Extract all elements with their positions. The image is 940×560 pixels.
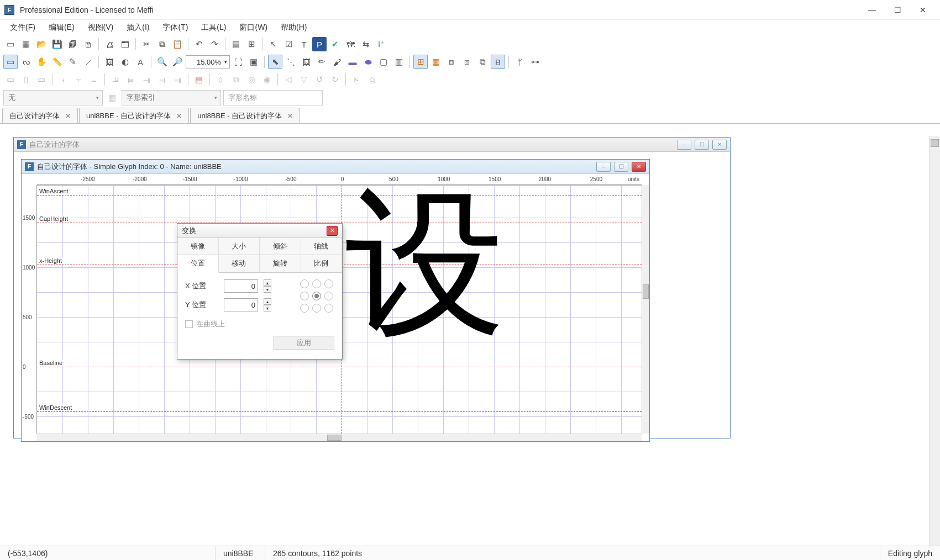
menu-tools[interactable]: 工具(L) — [196, 20, 232, 35]
undo-icon[interactable]: ↶ — [192, 37, 206, 51]
zoom-input[interactable]: 15.00%▾ — [186, 55, 230, 68]
copy-doc-icon[interactable]: 🗐 — [65, 37, 80, 51]
dialog-close-button[interactable]: ✕ — [327, 226, 338, 236]
copy-icon[interactable]: ⧉ — [155, 37, 169, 51]
tab-skew[interactable]: 倾斜 — [260, 238, 301, 255]
glyph-p-icon[interactable]: P — [312, 37, 327, 51]
menu-help[interactable]: 帮助(H) — [275, 20, 312, 35]
on-curve-checkbox[interactable]: 在曲线上 — [185, 319, 334, 329]
snap3-icon[interactable]: ⧉ — [475, 55, 490, 69]
pointer-icon[interactable]: ⬉ — [268, 55, 282, 69]
tab-size[interactable]: 大小 — [219, 238, 260, 255]
zoom-out-icon[interactable]: 🔎 — [170, 55, 185, 69]
brush-icon[interactable]: 🖌 — [330, 55, 344, 69]
mdi-close[interactable]: ✕ — [712, 140, 727, 150]
grid2-icon[interactable]: ▦ — [429, 55, 443, 69]
tab-move[interactable]: 移动 — [219, 255, 260, 272]
hand-tool-icon[interactable]: ✋ — [34, 55, 49, 69]
y-position-input[interactable]: 0 — [224, 298, 258, 311]
knife-tool-icon[interactable]: ⟋ — [81, 55, 95, 69]
panel-icon[interactable]: ▥ — [392, 55, 406, 69]
doc-tab[interactable]: uni8BBE - 自己设计的字体✕ — [79, 108, 189, 123]
actual-size-icon[interactable]: ▣ — [246, 55, 261, 69]
new-icon[interactable]: ▭ — [3, 37, 18, 51]
tree-icon[interactable]: ᛘ — [512, 55, 527, 69]
image-icon[interactable]: 🖼 — [102, 55, 117, 69]
char-map-icon[interactable]: 🗺 — [343, 37, 358, 51]
window-minimize[interactable]: — — [859, 2, 885, 18]
menu-file[interactable]: 文件(F) — [4, 20, 41, 35]
panel-toggle-icon[interactable]: ▤ — [192, 72, 206, 87]
paste-icon[interactable]: 📋 — [170, 37, 185, 51]
glyph-a-icon[interactable]: A — [133, 55, 148, 69]
graph-icon[interactable]: ⊶ — [528, 55, 542, 69]
mdi-titlebar[interactable]: F 自己设计的字体 - Simple Glyph Index: 0 - Name… — [22, 160, 649, 174]
contrast-icon[interactable]: ◐ — [118, 55, 132, 69]
close-icon[interactable]: ✕ — [287, 112, 293, 120]
window-close[interactable]: ✕ — [910, 2, 936, 18]
mdi-close[interactable]: ✕ — [632, 162, 646, 172]
mdi-maximize[interactable]: ☐ — [695, 140, 709, 150]
mdi-maximize[interactable]: ☐ — [614, 162, 628, 172]
cut-icon[interactable]: ✂ — [139, 37, 154, 51]
box-icon[interactable]: ▢ — [376, 55, 391, 69]
close-icon[interactable]: ✕ — [65, 112, 71, 120]
doc-tab[interactable]: 自己设计的字体✕ — [2, 108, 78, 123]
open-icon[interactable]: 📂 — [34, 37, 49, 51]
mdi-minimize[interactable]: – — [677, 140, 691, 150]
rect-icon[interactable]: ▬ — [345, 55, 360, 69]
y-spinner[interactable]: ▲▼ — [264, 298, 271, 311]
print-icon[interactable]: 🖨 — [102, 37, 117, 51]
export-icon[interactable]: 🗎 — [81, 37, 95, 51]
fit-icon[interactable]: ⛶ — [231, 55, 245, 69]
horizontal-scrollbar[interactable] — [37, 434, 642, 441]
snap2-icon[interactable]: ⧇ — [460, 55, 474, 69]
mdi-vertical-scrollbar[interactable] — [929, 136, 940, 546]
ellipse-icon[interactable]: ⬬ — [361, 55, 375, 69]
validate-icon[interactable]: ☑ — [281, 37, 296, 51]
draw-icon[interactable]: ✏ — [314, 55, 329, 69]
redo-icon[interactable]: ↷ — [207, 37, 222, 51]
insert-icon[interactable]: I⁺ — [374, 37, 388, 51]
marquee-tool-icon[interactable]: ▭ — [3, 55, 18, 69]
dialog-titlebar[interactable]: 变换 ✕ — [177, 224, 342, 238]
new-window-icon[interactable]: ▦ — [19, 37, 33, 51]
mdi-minimize[interactable]: – — [596, 162, 611, 172]
snap1-icon[interactable]: ⧈ — [444, 55, 459, 69]
x-position-input[interactable]: 0 — [224, 279, 258, 293]
layers-icon[interactable]: ▤ — [229, 37, 243, 51]
nodes-icon[interactable]: ⋱ — [283, 55, 298, 69]
preview-icon[interactable]: 🗔 — [118, 37, 132, 51]
pic-icon[interactable]: 🖼 — [299, 55, 313, 69]
zoom-in-icon[interactable]: 🔍 — [155, 55, 169, 69]
tab-position[interactable]: 位置 — [177, 255, 219, 273]
name-input[interactable]: 字形名称 — [223, 90, 323, 105]
kerning-icon[interactable]: ⇆ — [359, 37, 373, 51]
measure-tool-icon[interactable]: 📏 — [50, 55, 64, 69]
window-maximize[interactable]: ☐ — [885, 2, 910, 18]
menu-window[interactable]: 窗口(W) — [234, 20, 273, 35]
menu-font[interactable]: 字体(T) — [157, 20, 193, 35]
save-icon[interactable]: 💾 — [50, 37, 64, 51]
menu-view[interactable]: 视图(V) — [82, 20, 119, 35]
sort-dropdown[interactable]: 字形索引▾ — [122, 90, 221, 105]
tab-scale[interactable]: 比例 — [301, 255, 343, 272]
check-icon[interactable]: ✔ — [328, 37, 342, 51]
grid-toggle-icon[interactable]: ⊞ — [413, 55, 428, 69]
menu-edit[interactable]: 编辑(E) — [43, 20, 80, 35]
pen-tool-icon[interactable]: ✎ — [65, 55, 80, 69]
lasso-tool-icon[interactable]: ᔓ — [19, 55, 33, 69]
tab-axis[interactable]: 轴线 — [301, 238, 343, 255]
tab-rotate[interactable]: 旋转 — [260, 255, 301, 272]
anchor-center[interactable] — [312, 292, 321, 300]
mdi-titlebar[interactable]: F 自己设计的字体 – ☐ ✕ — [14, 138, 730, 152]
x-spinner[interactable]: ▲▼ — [264, 279, 271, 293]
menu-insert[interactable]: 插入(I) — [121, 20, 155, 35]
glyph-outline[interactable]: 设 — [345, 185, 506, 343]
anchor-selector[interactable] — [300, 279, 334, 314]
select-tool-icon[interactable]: ↖ — [266, 37, 280, 51]
baseline-toggle-icon[interactable]: B — [491, 55, 505, 69]
close-icon[interactable]: ✕ — [176, 112, 182, 120]
apply-button[interactable]: 应用 — [274, 336, 334, 350]
grid-icon[interactable]: ⊞ — [244, 37, 259, 51]
